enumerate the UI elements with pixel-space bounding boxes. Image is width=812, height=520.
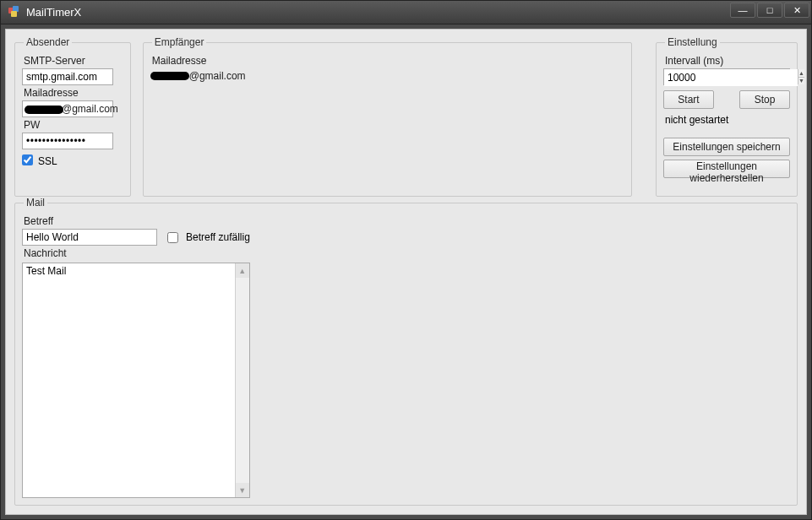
titlebar[interactable]: MailTimerX — □ ✕ xyxy=(1,1,811,24)
sender-mail-label: Mailadresse xyxy=(24,87,123,99)
spinner-up-icon[interactable]: ▲ xyxy=(798,69,804,78)
ssl-checkbox[interactable] xyxy=(22,154,33,165)
app-window: MailTimerX — □ ✕ Absender SMTP-Server Ma… xyxy=(0,0,812,520)
sender-mail-redaction xyxy=(25,105,63,116)
spinner-down-icon[interactable]: ▼ xyxy=(798,78,804,85)
sender-group: Absender SMTP-Server Mailadresse @gmail.… xyxy=(14,36,131,197)
stop-button[interactable]: Stop xyxy=(739,90,790,109)
close-button[interactable]: ✕ xyxy=(784,3,809,18)
ssl-label: SSL xyxy=(38,155,57,167)
client-area: Absender SMTP-Server Mailadresse @gmail.… xyxy=(5,29,807,515)
interval-input[interactable] xyxy=(664,69,798,86)
save-settings-button[interactable]: Einstellungen speichern xyxy=(663,138,790,156)
random-subject-label: Betreff zufällig xyxy=(186,231,250,243)
maximize-icon: □ xyxy=(767,6,773,15)
maximize-button[interactable]: □ xyxy=(757,3,782,18)
random-subject-row[interactable]: Betreff zufällig xyxy=(164,230,250,246)
status-text: nicht gestartet xyxy=(665,114,790,126)
password-label: PW xyxy=(24,119,123,131)
recipient-mail-label: Mailadresse xyxy=(152,55,624,67)
minimize-icon: — xyxy=(738,6,748,15)
smtp-server-input[interactable] xyxy=(22,68,113,85)
start-button[interactable]: Start xyxy=(663,90,714,109)
recipient-mail-redaction xyxy=(150,72,189,80)
mail-legend: Mail xyxy=(24,197,47,209)
minimize-button[interactable]: — xyxy=(730,3,755,18)
random-subject-checkbox[interactable] xyxy=(167,232,178,243)
smtp-server-label: SMTP-Server xyxy=(24,55,123,67)
restore-settings-button[interactable]: Einstellungen wiederherstellen xyxy=(663,160,790,178)
sender-legend: Absender xyxy=(24,36,72,48)
subject-label: Betreff xyxy=(24,215,250,227)
recipient-mail-suffix: @gmail.com xyxy=(189,70,246,82)
app-icon xyxy=(8,6,21,19)
message-label: Nachricht xyxy=(24,247,250,259)
scroll-down-icon[interactable]: ▼ xyxy=(236,483,249,497)
recipient-legend: Empfänger xyxy=(152,36,207,48)
window-title: MailTimerX xyxy=(26,6,81,19)
recipient-mail-value: @gmail.com xyxy=(150,70,624,82)
message-scrollbar[interactable]: ▲ ▼ xyxy=(235,263,249,497)
settings-group: Einstellung Intervall (ms) ▲ ▼ Start Sto… xyxy=(656,36,798,197)
scroll-up-icon[interactable]: ▲ xyxy=(236,263,249,278)
settings-legend: Einstellung xyxy=(665,36,720,48)
close-icon: ✕ xyxy=(793,6,801,15)
message-textarea[interactable] xyxy=(23,263,235,497)
ssl-checkbox-row[interactable]: SSL xyxy=(22,154,123,167)
subject-input[interactable] xyxy=(22,229,157,246)
interval-label: Intervall (ms) xyxy=(665,55,790,67)
recipient-group: Empfänger Mailadresse @gmail.com xyxy=(143,36,632,197)
mail-group: Mail Betreff Betreff zufällig Nachricht … xyxy=(14,197,798,506)
password-input[interactable] xyxy=(22,133,113,149)
interval-spinner[interactable]: ▲ ▼ xyxy=(663,68,790,85)
